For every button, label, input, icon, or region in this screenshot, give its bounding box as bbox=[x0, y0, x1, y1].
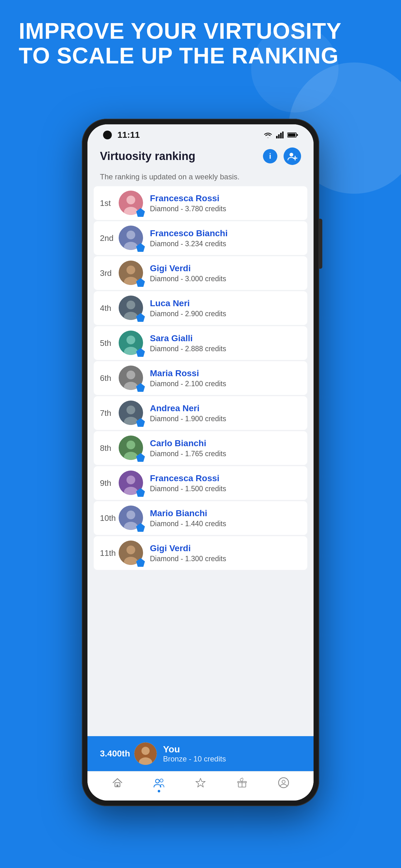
current-user-credits: Bronze - 10 credits bbox=[163, 754, 226, 763]
user-tier-credits: Diamond - 1.900 credits bbox=[150, 415, 301, 423]
rank-number: 8th bbox=[100, 443, 119, 453]
user-name: Gigi Verdi bbox=[150, 264, 301, 273]
user-avatar-container bbox=[119, 226, 144, 251]
user-avatar-container bbox=[119, 191, 144, 216]
user-tier-credits: Diamond - 2.100 credits bbox=[150, 380, 301, 388]
rank-number: 2nd bbox=[100, 234, 119, 243]
user-info: Francesca Rossi Diamond - 3.780 credits bbox=[150, 193, 301, 213]
user-tier-credits: Diamond - 2.900 credits bbox=[150, 310, 301, 318]
phone-screen: 11:11 bbox=[88, 124, 313, 801]
ranking-item-9[interactable]: 9th Francesca Rossi Diamond - 1.500 cred… bbox=[94, 466, 307, 500]
rank-number: 6th bbox=[100, 373, 119, 383]
ranking-item-1[interactable]: 1st Francesca Rossi Diamond - 3.780 cred… bbox=[94, 186, 307, 220]
svg-point-49 bbox=[160, 779, 163, 782]
svg-point-7 bbox=[290, 153, 293, 157]
page-header: IMPROVE YOUR VIRTUOSITY TO SCALE UP THE … bbox=[19, 19, 382, 68]
user-avatar-container bbox=[119, 331, 144, 355]
rank-number: 1st bbox=[100, 198, 119, 208]
wifi-icon bbox=[264, 131, 272, 138]
current-avatar-svg bbox=[134, 742, 157, 765]
rank-number: 4th bbox=[100, 303, 119, 313]
svg-point-35 bbox=[127, 475, 135, 484]
current-user-info: You Bronze - 10 credits bbox=[163, 744, 226, 763]
ranking-item-5[interactable]: 5th Sara Gialli Diamond - 2.888 credits bbox=[94, 326, 307, 360]
ranking-item-6[interactable]: 6th Maria Rossi Diamond - 2.100 credits bbox=[94, 361, 307, 395]
phone-device: 11:11 bbox=[82, 119, 319, 806]
user-info: Sara Gialli Diamond - 2.888 credits bbox=[150, 333, 301, 353]
rank-number: 10th bbox=[100, 514, 119, 523]
bottom-navigation bbox=[88, 771, 313, 801]
signal-icon bbox=[276, 131, 283, 138]
user-info: Gigi Verdi Diamond - 1.300 credits bbox=[150, 544, 301, 563]
status-icons bbox=[264, 131, 298, 138]
battery-icon bbox=[287, 132, 298, 138]
user-name: Francesca Rossi bbox=[150, 473, 301, 484]
svg-point-20 bbox=[127, 301, 135, 309]
current-user-avatar bbox=[134, 742, 157, 765]
user-tier-credits: Diamond - 3.000 credits bbox=[150, 275, 301, 283]
rank-number: 7th bbox=[100, 408, 119, 418]
ranking-item-7[interactable]: 7th Andrea Neri Diamond - 1.900 credits bbox=[94, 396, 307, 430]
svg-point-38 bbox=[127, 510, 135, 519]
user-avatar-container bbox=[119, 540, 144, 565]
profile-icon bbox=[278, 777, 289, 791]
nav-item-home[interactable] bbox=[112, 777, 123, 791]
user-info: Carlo Bianchi Diamond - 1.765 credits bbox=[150, 438, 301, 458]
svg-rect-0 bbox=[276, 136, 278, 138]
svg-point-53 bbox=[282, 780, 285, 783]
svg-rect-1 bbox=[278, 134, 280, 138]
svg-point-14 bbox=[127, 230, 135, 239]
status-time: 11:11 bbox=[118, 130, 140, 140]
user-avatar-container bbox=[119, 296, 144, 320]
header-line1: IMPROVE YOUR VIRTUOSITY bbox=[19, 19, 382, 43]
ranking-item-4[interactable]: 4th Luca Neri Diamond - 2.900 credits bbox=[94, 291, 307, 325]
user-avatar-container bbox=[119, 401, 144, 426]
home-icon bbox=[112, 777, 123, 791]
svg-rect-3 bbox=[282, 131, 284, 138]
user-name: Sara Gialli bbox=[150, 333, 301, 343]
user-name: Luca Neri bbox=[150, 299, 301, 308]
ranking-item-11[interactable]: 11th Gigi Verdi Diamond - 1.300 credits bbox=[94, 536, 307, 570]
weekly-note: The ranking is updated on a weekly basis… bbox=[88, 170, 313, 186]
ranking-item-2[interactable]: 2nd Francesco Bianchi Diamond - 3.234 cr… bbox=[94, 221, 307, 255]
header-action-icons: i bbox=[263, 148, 301, 165]
current-user-rank: 3.400th bbox=[100, 749, 134, 758]
virtuous-icon bbox=[195, 777, 206, 791]
ranking-item-10[interactable]: 10th Mario Bianchi Diamond - 1.440 credi… bbox=[94, 501, 307, 535]
info-button[interactable]: i bbox=[263, 149, 277, 163]
rank-number: 3rd bbox=[100, 269, 119, 278]
user-name: Francesco Bianchi bbox=[150, 228, 301, 239]
user-info: Andrea Neri Diamond - 1.900 credits bbox=[150, 403, 301, 423]
user-avatar-container bbox=[119, 260, 144, 286]
add-friend-button[interactable] bbox=[283, 148, 301, 165]
user-info: Francesca Rossi Diamond - 1.500 credits bbox=[150, 473, 301, 493]
user-name: Gigi Verdi bbox=[150, 544, 301, 553]
nav-item-gifts[interactable] bbox=[236, 777, 248, 791]
ranking-item-8[interactable]: 8th Carlo Bianchi Diamond - 1.765 credit… bbox=[94, 431, 307, 465]
nav-item-virtuous[interactable] bbox=[195, 777, 206, 791]
gifts-icon bbox=[236, 777, 248, 791]
user-info: Luca Neri Diamond - 2.900 credits bbox=[150, 299, 301, 318]
nav-item-ranking[interactable] bbox=[153, 777, 165, 791]
user-tier-credits: Diamond - 3.234 credits bbox=[150, 240, 301, 248]
user-name: Maria Rossi bbox=[150, 368, 301, 378]
ranking-item-3[interactable]: 3rd Gigi Verdi Diamond - 3.000 credits bbox=[94, 256, 307, 290]
ranking-list: 1st Francesca Rossi Diamond - 3.780 cred… bbox=[88, 186, 313, 736]
nav-item-profile[interactable] bbox=[278, 777, 289, 791]
rank-number: 5th bbox=[100, 338, 119, 348]
phone-body: 11:11 bbox=[82, 119, 319, 806]
user-info: Mario Bianchi Diamond - 1.440 credits bbox=[150, 508, 301, 528]
user-tier-credits: Diamond - 2.888 credits bbox=[150, 345, 301, 353]
svg-point-11 bbox=[127, 195, 135, 204]
svg-point-29 bbox=[127, 406, 135, 414]
svg-point-26 bbox=[127, 371, 135, 379]
svg-point-48 bbox=[156, 779, 159, 783]
user-name: Francesca Rossi bbox=[150, 193, 301, 204]
nav-active-dot bbox=[158, 790, 160, 793]
user-name: Andrea Neri bbox=[150, 403, 301, 413]
user-avatar-container bbox=[119, 505, 144, 531]
user-tier-credits: Diamond - 1.765 credits bbox=[150, 450, 301, 458]
user-tier-credits: Diamond - 1.300 credits bbox=[150, 555, 301, 563]
user-avatar-container bbox=[119, 436, 144, 461]
svg-point-44 bbox=[141, 747, 149, 755]
